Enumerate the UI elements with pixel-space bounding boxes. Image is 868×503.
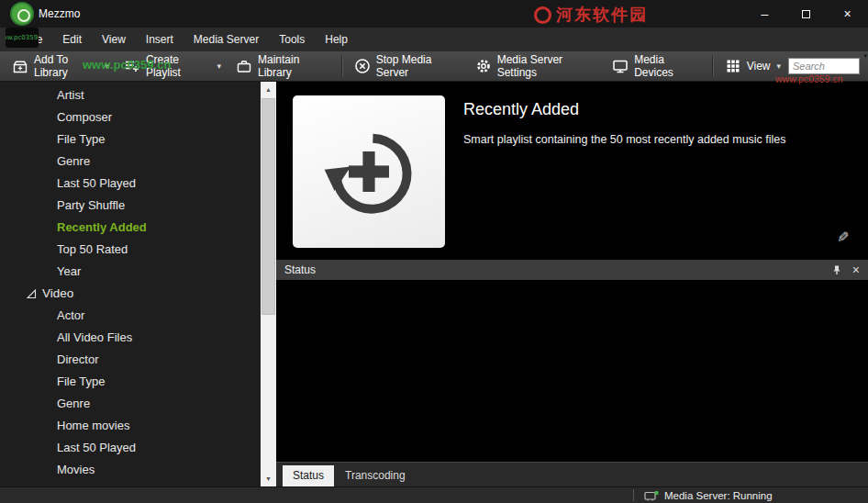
menu-item-media-server[interactable]: Media Server <box>184 28 269 51</box>
tree-item-genre-music[interactable]: Genre <box>0 151 261 173</box>
media-devices-button[interactable]: Media Devices <box>605 54 708 78</box>
tree-item-file-type-video[interactable]: File Type <box>0 371 261 393</box>
tree-item-last-50-played-music[interactable]: Last 50 Played <box>0 173 261 195</box>
statusbar: Media Server: Running <box>0 486 868 503</box>
minimize-button[interactable]: – <box>744 0 785 28</box>
tree-item-all-video-files[interactable]: All Video Files <box>0 327 261 349</box>
tree-item-label: Party Shuffle <box>57 198 125 212</box>
tree-item-label: Director <box>57 352 99 366</box>
add-to-library-icon <box>12 58 28 74</box>
menubar: File Edit View Insert Media Server Tools… <box>0 28 868 51</box>
media-server-status: Media Server: Running <box>644 487 773 503</box>
close-button[interactable]: × <box>827 0 868 28</box>
close-panel-icon[interactable]: × <box>852 263 860 276</box>
watermark-stamp-url-text: www.pc0359.cn <box>6 34 39 41</box>
toolbar-overflow-icon[interactable]: ▾ <box>863 52 867 60</box>
recently-added-icon <box>318 121 419 222</box>
tree-item-label: Top 50 Rated <box>57 242 128 256</box>
search-input[interactable] <box>788 58 860 74</box>
tree-item-year[interactable]: Year <box>0 261 261 283</box>
view-label: View <box>747 60 771 73</box>
tree-item-label: Composer <box>57 110 112 124</box>
stop-media-server-icon <box>354 58 371 74</box>
maximize-button[interactable] <box>785 0 827 28</box>
maintain-library-button[interactable]: Maintain Library <box>228 54 338 78</box>
maintain-library-label: Maintain Library <box>258 53 330 79</box>
watermark-stamp-url: www.pc0359.cn <box>6 28 39 48</box>
playlist-artwork <box>293 95 445 248</box>
gear-icon <box>475 58 492 74</box>
watermark-site-badge: 河东软件园 <box>534 4 648 26</box>
tree-item-top-50-rated[interactable]: Top 50 Rated <box>0 239 261 261</box>
titlebar[interactable]: Mezzmo 河东软件园 – × <box>0 0 868 28</box>
bottom-tabbar: Status Transcoding <box>276 462 868 486</box>
tree-item-label: All Video Files <box>57 330 132 344</box>
playlist-title: Recently Added <box>463 100 579 119</box>
tree-item-recently-added[interactable]: Recently Added <box>0 217 261 239</box>
mezzmo-window: Mezzmo 河东软件园 – × www.pc0359.cn File Edit… <box>0 0 868 503</box>
menu-item-help[interactable]: Help <box>315 28 358 51</box>
scroll-up-icon[interactable]: ▲ <box>261 82 276 97</box>
tree-item-home-movies[interactable]: Home movies <box>0 415 261 437</box>
create-playlist-dropdown-icon[interactable]: ▾ <box>217 61 221 71</box>
tree-item-director[interactable]: Director <box>0 349 261 371</box>
stop-media-server-label: Stop Media Server <box>376 53 461 79</box>
tree-item-label: Genre <box>57 397 90 410</box>
monitor-icon <box>612 58 629 74</box>
maximize-icon <box>802 10 810 18</box>
edit-pencil-icon[interactable]: ✎ <box>837 229 849 246</box>
stop-media-server-button[interactable]: Stop Media Server <box>347 54 468 78</box>
grid-icon <box>725 58 741 74</box>
tree-item-label: File Type <box>57 374 106 388</box>
watermark-stamp-icon <box>10 2 34 26</box>
tree-item-label: Recently Added <box>57 220 147 234</box>
menu-item-view[interactable]: View <box>92 28 136 51</box>
tree-item-video[interactable]: Video <box>0 283 261 305</box>
window-controls: – × <box>744 0 868 28</box>
watermark-stamp: www.pc0359.cn <box>5 1 39 50</box>
tree-item-label: Video <box>42 286 73 300</box>
menu-item-edit[interactable]: Edit <box>52 28 92 51</box>
media-server-settings-button[interactable]: Media Server Settings <box>468 54 605 78</box>
tree-expanded-icon[interactable] <box>27 289 37 299</box>
tab-transcoding[interactable]: Transcoding <box>335 465 416 486</box>
tree-item-label: Last 50 Played <box>57 176 136 190</box>
tree-item-movies[interactable]: Movies <box>0 459 261 481</box>
tree-item-party-shuffle[interactable]: Party Shuffle <box>0 195 261 217</box>
menu-item-insert[interactable]: Insert <box>136 28 184 51</box>
tree-item-label: Movies <box>57 463 95 476</box>
scroll-down-icon[interactable]: ▼ <box>261 471 276 486</box>
window-title: Mezzmo <box>39 7 80 20</box>
media-server-icon <box>644 489 659 501</box>
tree-item-label: Year <box>57 264 81 278</box>
media-devices-label: Media Devices <box>634 53 701 79</box>
main-panel: Recently Added Smart playlist containing… <box>276 82 868 486</box>
tree-item-label: File Type <box>57 132 106 146</box>
tree-scrollbar[interactable]: ▲ ▼ <box>261 82 276 486</box>
playlist-description: Smart playlist containing the 50 most re… <box>463 133 786 146</box>
media-server-settings-label: Media Server Settings <box>497 53 597 79</box>
watermark-url-red: www.pc0359.cn <box>775 73 843 84</box>
tree-item-artist[interactable]: Artist <box>0 84 261 106</box>
library-tree: Artist Composer File Type Genre Last 50 … <box>0 82 261 486</box>
media-server-status-text: Media Server: Running <box>664 490 773 501</box>
tab-status[interactable]: Status <box>283 465 334 486</box>
toolbar-separator <box>712 56 714 76</box>
tree-item-last-50-played-video[interactable]: Last 50 Played <box>0 437 261 459</box>
watermark-logo-icon <box>534 6 551 24</box>
tree-item-actor[interactable]: Actor <box>0 305 261 327</box>
tree-item-composer[interactable]: Composer <box>0 106 261 129</box>
pin-icon[interactable] <box>831 264 842 275</box>
tree-item-label: Genre <box>57 154 90 168</box>
view-dropdown-icon[interactable]: ▾ <box>776 61 781 71</box>
statusbar-separator <box>633 489 634 501</box>
tree-item-file-type-music[interactable]: File Type <box>0 129 261 151</box>
toolbar-separator <box>341 56 343 76</box>
menu-item-tools[interactable]: Tools <box>269 28 315 51</box>
status-panel-title: Status <box>284 263 316 276</box>
tree-item-label: Home movies <box>57 419 129 432</box>
scrollbar-thumb[interactable] <box>262 98 275 315</box>
maintain-library-icon <box>236 58 252 74</box>
tree-item-genre-video[interactable]: Genre <box>0 393 261 415</box>
watermark-url-green: www.pc0359.cn <box>83 58 171 72</box>
